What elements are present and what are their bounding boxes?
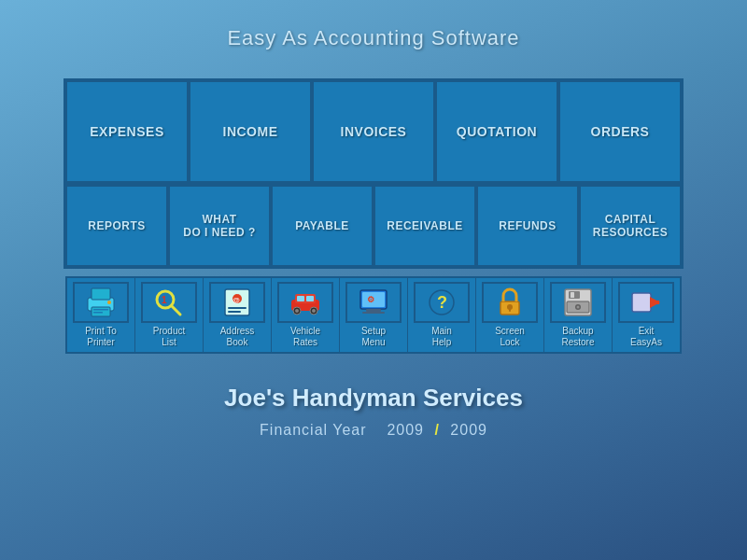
btn-refunds[interactable]: REFUNDS [476,185,579,267]
screen-lock-icon [482,282,538,323]
btn-receivable[interactable]: RECEIVABLE [374,185,476,267]
menu-row-top: EXPENSES INCOME INVOICES QUOTATION ORDER… [63,78,684,185]
svg-rect-38 [632,293,651,312]
vehicle-rates-icon [277,282,333,323]
print-to-printer-button[interactable]: Print To Printer [67,278,135,352]
svg-rect-1 [92,288,110,300]
btn-orders[interactable]: ORDERS [558,80,682,183]
backup-restore-icon [550,282,606,323]
svg-rect-4 [93,312,103,314]
main-help-button[interactable]: ? Main Help [408,278,476,352]
svg-rect-24 [366,309,381,312]
backup-restore-button[interactable]: Backup Restore [544,278,613,352]
exit-easyas-button[interactable]: Exit EasyAs [613,278,680,352]
main-container: EXPENSES INCOME INVOICES QUOTATION ORDER… [63,78,684,354]
vehicle-rates-label: Vehicle Rates [290,326,320,348]
svg-text:@: @ [233,296,240,304]
company-name: Joe's Handyman Services [224,384,523,413]
svg-rect-12 [228,307,247,309]
exit-easyas-icon [618,282,674,323]
svg-rect-16 [297,296,304,301]
btn-payable[interactable]: PAYABLE [271,185,374,267]
main-help-label: Main Help [431,326,452,348]
svg-rect-31 [509,307,511,312]
setup-menu-button[interactable]: ⚙ Setup Menu [340,278,408,352]
printer-icon [73,282,129,323]
year-to: 2009 [450,422,487,438]
slash: / [434,422,439,438]
financial-year: Financial Year 2009 / 2009 [260,422,487,439]
btn-invoices[interactable]: INVOICES [312,80,435,183]
svg-rect-3 [93,309,108,311]
svg-text:1: 1 [162,295,167,305]
svg-rect-34 [571,292,574,298]
address-book-button[interactable]: @ Address Book [204,278,272,352]
svg-point-37 [577,306,580,309]
main-help-icon: ? [414,282,470,323]
btn-quotation[interactable]: QUOTATION [435,80,558,183]
year-from: 2009 [387,422,424,438]
btn-what-do-i-need[interactable]: WHAT DO I NEED ? [168,185,271,267]
product-list-label: Product List [153,326,185,348]
svg-text:⚙: ⚙ [367,295,374,304]
product-list-icon: 1 [141,282,197,323]
app-title: Easy As Accounting Software [227,26,519,50]
svg-point-5 [107,301,111,304]
svg-point-21 [312,309,316,313]
screen-lock-label: Screen Lock [495,326,525,348]
svg-rect-13 [228,311,241,313]
backup-restore-label: Backup Restore [561,326,594,348]
setup-menu-label: Setup Menu [361,326,386,348]
btn-capital-resources[interactable]: CAPITAL RESOURCES [579,185,682,267]
vehicle-rates-button[interactable]: Vehicle Rates [272,278,340,352]
svg-rect-40 [652,301,659,304]
svg-point-19 [295,309,299,313]
screen-lock-button[interactable]: Screen Lock [476,278,544,352]
menu-row-bottom: REPORTS WHAT DO I NEED ? PAYABLE RECEIVA… [63,185,684,269]
address-book-icon: @ [209,282,265,323]
btn-reports[interactable]: REPORTS [65,185,168,267]
btn-income[interactable]: INCOME [189,80,312,183]
financial-year-label: Financial Year [260,422,367,438]
svg-rect-17 [306,296,314,301]
exit-easyas-label: Exit EasyAs [630,326,662,348]
setup-menu-icon: ⚙ [345,282,402,323]
product-list-button[interactable]: 1 Product List [135,278,204,352]
svg-rect-25 [362,312,385,314]
svg-line-7 [172,306,180,315]
print-to-printer-label: Print To Printer [85,326,117,348]
btn-expenses[interactable]: EXPENSES [65,80,189,183]
svg-text:?: ? [437,293,447,312]
icon-toolbar: Print To Printer 1 Product List @ [65,276,682,354]
address-book-label: Address Book [220,326,255,348]
